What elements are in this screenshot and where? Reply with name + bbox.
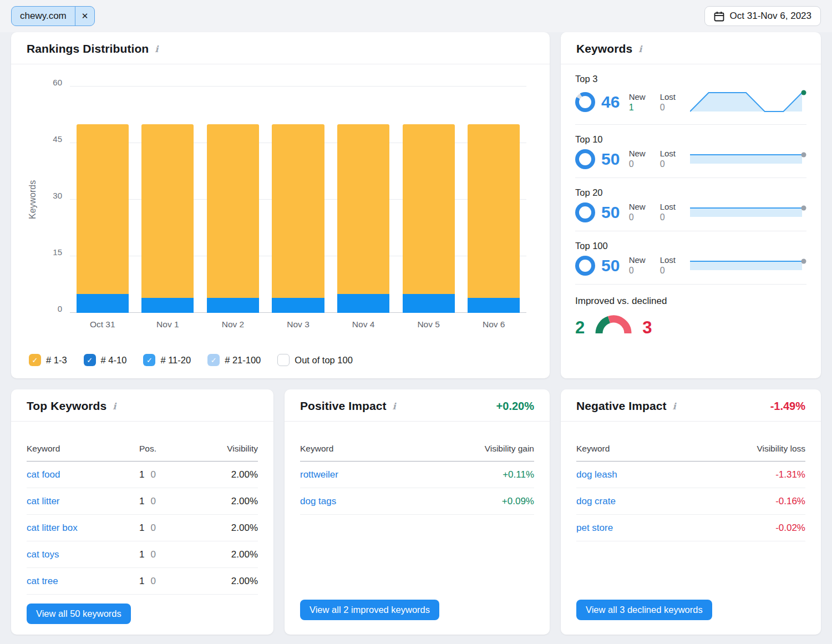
lost-count: Lost0	[660, 255, 676, 276]
position-cell: 10	[139, 549, 192, 560]
progress-ring-icon	[575, 149, 595, 169]
stat-label: Top 100	[575, 241, 806, 251]
topbar: chewy.com ✕ Oct 31-Nov 6, 2023	[0, 0, 832, 32]
keyword-link[interactable]: pet store	[576, 523, 775, 534]
stat-value: 50	[601, 256, 629, 275]
keyword-link[interactable]: cat food	[27, 469, 139, 480]
rankings-chart: Keywords 015304560 Oct 31Nov 1Nov 2Nov 3…	[11, 64, 550, 329]
x-tick-label: Nov 4	[331, 320, 396, 329]
improved-vs-declined: Improved vs. declined 2 3	[561, 285, 821, 336]
legend-label: Out of top 100	[295, 355, 353, 366]
info-icon[interactable]: i	[155, 44, 158, 54]
visibility-change-cell: -0.02%	[775, 523, 805, 534]
column-keyword: Keyword	[300, 444, 485, 454]
new-count: New0	[629, 149, 646, 169]
keyword-link[interactable]: cat litter box	[27, 523, 139, 534]
legend-label: # 4-10	[101, 355, 127, 366]
info-icon[interactable]: i	[113, 401, 116, 412]
column-visibility-gain: Visibility gain	[485, 444, 534, 454]
y-tick-label: 15	[53, 247, 62, 257]
bar-segment	[468, 124, 520, 298]
keyword-link[interactable]: cat litter	[27, 496, 139, 507]
trend-sparkline	[690, 258, 806, 273]
checkbox-checked-icon[interactable]: ✓	[84, 354, 96, 366]
sparkline-end-dot	[801, 90, 806, 95]
negative-impact-panel: Negative Impact i -1.49% Keyword Visibil…	[561, 389, 821, 635]
keywords-stat-row-top-100: Top 10050New0Lost0	[575, 231, 806, 285]
x-tick-label: Nov 6	[461, 320, 526, 329]
info-icon[interactable]: i	[673, 401, 676, 412]
checkbox-unchecked-icon[interactable]	[277, 354, 290, 366]
stacked-bar-nov-3[interactable]	[272, 124, 324, 313]
checkbox-checked-icon[interactable]: ✓	[143, 354, 155, 366]
bar-segment	[272, 298, 324, 313]
stat-label: Top 20	[575, 187, 806, 198]
date-range-picker[interactable]: Oct 31-Nov 6, 2023	[704, 6, 821, 26]
table-header: Keyword Pos. Visibility	[27, 422, 258, 462]
new-count: New0	[629, 202, 646, 222]
stacked-bar-nov-1[interactable]	[141, 124, 194, 313]
column-visibility-loss: Visibility loss	[757, 444, 805, 454]
bar-segment	[468, 298, 520, 313]
table-row: cat litter102.00%	[27, 488, 258, 515]
stacked-bar-nov-2[interactable]	[207, 124, 259, 313]
x-tick-label: Nov 5	[396, 320, 461, 329]
table-row: cat food102.00%	[27, 462, 258, 488]
positive-impact-panel: Positive Impact i +0.20% Keyword Visibil…	[285, 389, 550, 635]
info-icon[interactable]: i	[393, 401, 396, 412]
column-keyword: Keyword	[576, 444, 757, 454]
stat-value: 50	[601, 150, 629, 169]
keyword-link[interactable]: rottweiler	[300, 469, 503, 480]
table-row: cat litter box102.00%	[27, 515, 258, 541]
legend-label: # 1-3	[46, 355, 67, 366]
position-cell: 10	[139, 496, 192, 507]
improved-declined-label: Improved vs. declined	[575, 296, 806, 307]
keyword-link[interactable]: dog tags	[300, 496, 502, 507]
y-axis-title: Keywords	[28, 87, 38, 313]
date-range-label: Oct 31-Nov 6, 2023	[730, 11, 811, 22]
keywords-panel: Keywords i Top 346New1Lost0Top 1050New0L…	[561, 32, 821, 378]
bar-segment	[403, 294, 455, 313]
x-axis-labels: Oct 31Nov 1Nov 2Nov 3Nov 4Nov 5Nov 6	[70, 320, 526, 329]
visibility-change-cell: -1.31%	[775, 469, 805, 480]
table-row: dog tags+0.09%	[300, 488, 534, 515]
y-tick-label: 45	[53, 134, 62, 144]
stacked-bar-oct-31[interactable]	[77, 124, 129, 313]
keyword-link[interactable]: dog crate	[576, 496, 775, 507]
domain-filter-tag[interactable]: chewy.com ✕	[11, 6, 95, 26]
bar-segment	[141, 298, 194, 313]
view-declined-keywords-button[interactable]: View all 3 declined keywords	[576, 600, 712, 620]
checkbox-checked-icon[interactable]: ✓	[207, 354, 220, 366]
new-count: New0	[629, 255, 646, 276]
legend-checkbox-1-3[interactable]: ✓# 1-3	[29, 354, 67, 366]
close-icon[interactable]: ✕	[75, 7, 95, 26]
info-icon[interactable]: i	[638, 44, 642, 54]
legend-checkbox-4-10[interactable]: ✓# 4-10	[84, 354, 127, 366]
y-axis-ticks: 015304560	[41, 87, 70, 313]
legend-checkbox-21-100[interactable]: ✓# 21-100	[207, 354, 261, 366]
x-tick-label: Nov 3	[266, 320, 331, 329]
trend-sparkline	[690, 152, 806, 166]
chart-legend: ✓# 1-3✓# 4-10✓# 11-20✓# 21-100Out of top…	[11, 329, 550, 366]
stacked-bar-nov-4[interactable]	[337, 124, 389, 313]
keyword-link[interactable]: dog leash	[576, 469, 775, 480]
view-all-keywords-button[interactable]: View all 50 keywords	[27, 604, 131, 624]
stacked-bar-nov-5[interactable]	[403, 124, 455, 313]
legend-checkbox-11-20[interactable]: ✓# 11-20	[143, 354, 191, 366]
legend-checkbox-Outoftop100[interactable]: Out of top 100	[277, 354, 353, 366]
stacked-bar-nov-6[interactable]	[468, 124, 520, 313]
chart-plot-area	[70, 87, 526, 313]
panel-title: Positive Impact	[300, 399, 387, 413]
bar-segment	[77, 124, 129, 294]
stat-value: 50	[601, 203, 629, 222]
view-improved-keywords-button[interactable]: View all 2 improved keywords	[300, 600, 439, 620]
keyword-link[interactable]: cat toys	[27, 549, 139, 560]
total-visibility-gain: +0.20%	[496, 400, 534, 413]
legend-label: # 11-20	[160, 355, 191, 366]
checkbox-checked-icon[interactable]: ✓	[29, 354, 41, 366]
y-tick-label: 30	[53, 191, 62, 200]
keywords-stat-row-top-10: Top 1050New0Lost0	[575, 125, 806, 178]
keyword-link[interactable]: cat tree	[27, 576, 139, 587]
rankings-distribution-panel: Rankings Distribution i Keywords 0153045…	[11, 32, 550, 378]
lost-count: Lost0	[660, 202, 676, 222]
